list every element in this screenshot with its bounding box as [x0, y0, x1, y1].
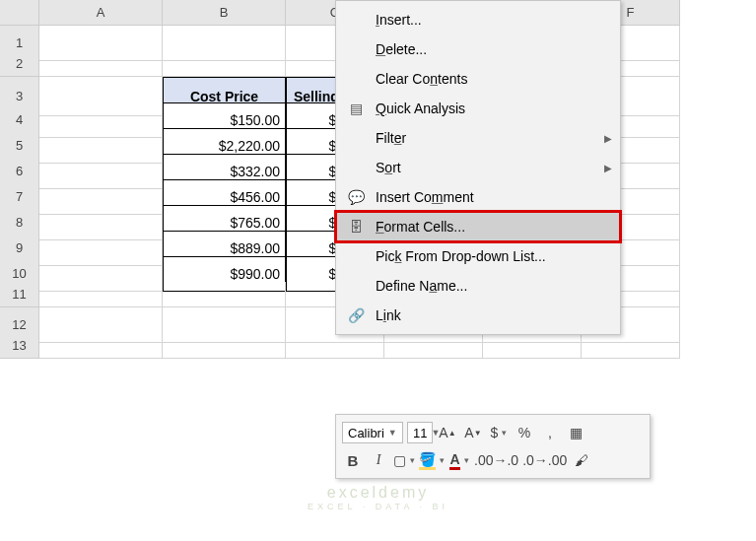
menu-sort[interactable]: Sort ▶ — [336, 153, 620, 182]
menu-label: Define Name... — [368, 278, 612, 294]
submenu-arrow-icon: ▶ — [604, 133, 612, 144]
font-size-value: 11 — [413, 426, 427, 440]
cell[interactable] — [39, 333, 163, 359]
menu-label: Clear Contents — [368, 71, 612, 87]
currency-icon[interactable]: $▾ — [488, 422, 510, 443]
menu-delete[interactable]: Delete... — [336, 34, 620, 64]
cell[interactable] — [163, 282, 286, 307]
bold-button[interactable]: B — [342, 449, 364, 471]
menu-insert[interactable]: Insert... — [336, 5, 620, 34]
format-painter-icon[interactable]: 🖌 — [571, 449, 592, 471]
menu-label: Filter — [368, 130, 604, 146]
menu-clear-contents[interactable]: Clear Contents — [336, 64, 620, 94]
menu-define-name[interactable]: Define Name... — [336, 271, 620, 301]
link-icon: 🔗 — [344, 307, 368, 323]
menu-label: Delete... — [368, 41, 612, 57]
format-table-icon[interactable]: ▦ — [565, 422, 586, 443]
quick-analysis-icon: ▤ — [344, 101, 368, 116]
chevron-down-icon: ▼ — [384, 428, 397, 438]
menu-label: Link — [368, 307, 612, 323]
decrease-font-icon[interactable]: A▼ — [462, 422, 484, 443]
select-all-corner[interactable] — [0, 0, 39, 26]
menu-quick-analysis[interactable]: ▤ Quick Analysis — [336, 94, 620, 123]
comma-icon[interactable]: , — [539, 422, 561, 443]
row-head-2[interactable]: 2 — [0, 51, 39, 77]
increase-decimal-icon[interactable]: .0→.00 — [522, 449, 567, 471]
row-head-13[interactable]: 13 — [0, 333, 39, 359]
font-color-button[interactable]: A▾ — [448, 449, 470, 471]
col-head-B[interactable]: B — [163, 0, 286, 26]
cell[interactable] — [286, 333, 384, 359]
cell[interactable] — [483, 333, 582, 359]
decrease-decimal-icon[interactable]: .00→.0 — [474, 449, 518, 471]
fill-color-button[interactable]: 🪣▾ — [419, 449, 445, 471]
cell[interactable] — [39, 282, 163, 307]
menu-insert-comment[interactable]: 💬 Insert Comment — [336, 182, 620, 212]
italic-button[interactable]: I — [368, 449, 389, 471]
watermark: exceldemy EXCEL · DATA · BI — [308, 484, 448, 511]
font-name-value: Calibri — [348, 426, 384, 440]
increase-font-icon[interactable]: A▲ — [437, 422, 458, 443]
menu-pick-dropdown[interactable]: Pick From Drop-down List... — [336, 241, 620, 271]
border-button[interactable]: ▢▾ — [393, 449, 415, 471]
menu-label: Insert... — [368, 12, 612, 28]
format-cells-icon: 🗄 — [344, 219, 368, 235]
row-head-11[interactable]: 11 — [0, 282, 39, 307]
menu-label: Insert Comment — [368, 189, 612, 205]
menu-label: Quick Analysis — [368, 101, 612, 116]
menu-filter[interactable]: Filter ▶ — [336, 123, 620, 153]
percent-icon[interactable]: % — [514, 422, 535, 443]
cell[interactable] — [582, 333, 680, 359]
menu-format-cells[interactable]: 🗄 Format Cells... — [336, 212, 620, 241]
mini-toolbar: Calibri▼ 11▼ A▲ A▼ $▾ % , ▦ B I ▢▾ 🪣▾ A▾… — [335, 414, 651, 479]
col-head-A[interactable]: A — [39, 0, 163, 26]
menu-link[interactable]: 🔗 Link — [336, 301, 620, 330]
cell[interactable] — [163, 51, 286, 77]
menu-label: Sort — [368, 160, 604, 175]
context-menu: Insert... Delete... Clear Contents ▤ Qui… — [335, 0, 621, 335]
cell[interactable] — [163, 333, 286, 359]
menu-label: Format Cells... — [368, 219, 612, 235]
menu-label: Pick From Drop-down List... — [368, 248, 612, 264]
cell[interactable] — [39, 51, 163, 77]
comment-icon: 💬 — [344, 189, 368, 205]
font-size-select[interactable]: 11▼ — [407, 422, 433, 443]
font-name-select[interactable]: Calibri▼ — [342, 422, 403, 443]
submenu-arrow-icon: ▶ — [604, 163, 612, 173]
cell[interactable] — [384, 333, 483, 359]
